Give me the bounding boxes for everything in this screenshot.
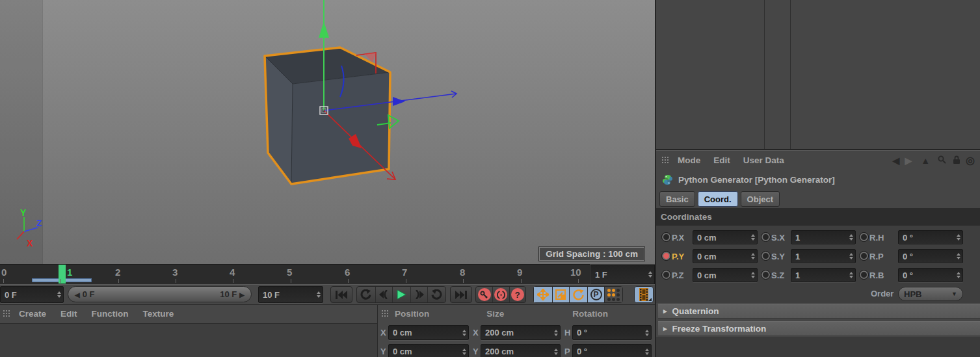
key-rotation-button[interactable] (569, 287, 587, 302)
keyframe-dot-sx[interactable] (761, 233, 770, 241)
section-freeze-transformation[interactable]: ▸ Freeze Transformation (658, 321, 980, 336)
parent-up-icon[interactable]: ▲ (921, 156, 930, 165)
am-grip-icon[interactable] (661, 156, 670, 165)
coordinates-section-header[interactable]: Coordinates (656, 208, 980, 226)
goto-end-button[interactable] (450, 286, 472, 303)
current-frame-spinner[interactable] (646, 265, 654, 284)
keyframe-dot-rh[interactable] (860, 233, 868, 241)
goto-start-icon (336, 291, 347, 299)
lock-icon[interactable] (953, 155, 960, 166)
range-end-spinner[interactable] (314, 287, 323, 302)
current-frame-field[interactable]: 1 F (590, 265, 655, 284)
filmstrip-icon (639, 288, 648, 301)
rp-field[interactable]: 0 ° (898, 249, 963, 263)
pz-field[interactable]: 0 cm (693, 268, 758, 282)
am-menu-edit[interactable]: Edit (713, 155, 730, 165)
attribute-manager-footer (656, 337, 980, 357)
history-back-icon[interactable]: ◀ (893, 156, 900, 165)
pos-y-field[interactable]: 0 cm (388, 344, 469, 357)
search-icon[interactable] (938, 155, 946, 165)
play-icon (397, 289, 406, 300)
rot-p-field[interactable]: 0 ° (572, 344, 652, 357)
keyframe-dot-sz[interactable] (761, 271, 770, 279)
scene-cube[interactable] (0, 0, 655, 264)
sz-field[interactable]: 1 (791, 268, 856, 282)
py-label: P.Y (672, 252, 684, 261)
next-key-button[interactable] (410, 287, 428, 302)
autokey-button[interactable] (492, 287, 509, 302)
keyframe-dot-px[interactable] (662, 233, 670, 241)
size-x-field[interactable]: 200 cm (481, 325, 561, 340)
tab-basic[interactable]: Basic (659, 191, 695, 207)
material-manager-area[interactable] (0, 323, 377, 357)
menu-edit[interactable]: Edit (60, 309, 77, 319)
autokey-icon (497, 291, 505, 299)
key-position-button[interactable] (534, 287, 552, 302)
object-title: Python Generator [Python Generator] (678, 175, 835, 185)
tab-coord[interactable]: Coord. (698, 191, 738, 207)
am-menu-user-data[interactable]: User Data (743, 155, 784, 165)
range-start-field[interactable]: 0 F (0, 286, 64, 303)
range-start-spinner[interactable] (55, 287, 63, 302)
position-header: Position (395, 309, 429, 319)
play-forwards-button[interactable] (392, 287, 410, 302)
play-backwards-button[interactable] (357, 287, 375, 302)
menu-create[interactable]: Create (19, 309, 46, 319)
timeline-window-button[interactable] (634, 286, 654, 303)
playhead[interactable] (59, 265, 66, 284)
keyframe-dot-pz[interactable] (662, 271, 670, 279)
keyframe-dot-rp[interactable] (860, 252, 868, 260)
key-scale-button[interactable] (552, 287, 570, 302)
pos-x-field[interactable]: 0 cm (388, 325, 469, 340)
keyframe-dot-py[interactable] (662, 252, 670, 260)
question-icon: ? (511, 288, 524, 301)
timeline-range-slider[interactable]: ◀0 F 10 F▶ (68, 286, 252, 302)
cube-front-face[interactable] (291, 72, 390, 184)
menu-texture[interactable]: Texture (143, 309, 174, 319)
axis-z-arrow[interactable] (393, 97, 405, 106)
py-field[interactable]: 0 cm (693, 249, 758, 263)
range-slider-end: 10 F▶ (220, 289, 245, 299)
animation-toolbar: 0 F ◀0 F 10 F▶ 10 F (0, 284, 655, 305)
goto-start-button[interactable] (330, 286, 352, 303)
record-keyframe-button[interactable] (476, 287, 492, 302)
range-end-field[interactable]: 10 F (258, 286, 323, 303)
move-icon (537, 289, 549, 300)
object-manager-area[interactable] (656, 0, 980, 149)
axis-y-arrow[interactable] (319, 21, 329, 38)
pla-dots-icon (607, 289, 620, 301)
size-y-field[interactable]: 200 cm (481, 344, 561, 357)
section-quaternion[interactable]: ▸ Quaternion (658, 304, 980, 319)
timeline-ruler[interactable]: 0 1 2 3 4 5 6 7 8 9 10 (0, 264, 590, 285)
size-x-label: X (473, 328, 479, 337)
key-parameter-button[interactable]: P (587, 287, 605, 302)
tab-object[interactable]: Object (741, 191, 780, 207)
rb-field[interactable]: 0 ° (898, 268, 963, 282)
history-forward-icon[interactable]: ▶ (905, 156, 912, 165)
sy-field[interactable]: 1 (791, 249, 856, 263)
menu-function[interactable]: Function (92, 309, 129, 319)
sy-label: S.Y (771, 252, 785, 261)
keyframe-dot-sy[interactable] (761, 252, 770, 260)
viewport-3d[interactable]: Y Z X Grid Spacing : 100 cm (0, 0, 655, 264)
play-loop-button[interactable] (427, 287, 445, 302)
px-field[interactable]: 0 cm (693, 230, 758, 245)
coord-grip-icon[interactable] (381, 310, 390, 318)
rh-field[interactable]: 0 ° (898, 230, 963, 245)
rot-h-field[interactable]: 0 ° (572, 325, 652, 340)
keyframe-selection-button[interactable]: ? (509, 287, 525, 302)
keyframe-dot-rb[interactable] (860, 271, 868, 279)
menu-grip-icon[interactable] (3, 310, 11, 318)
sx-field[interactable]: 1 (791, 230, 856, 245)
play-loop-icon (431, 289, 442, 300)
cinema4d-window: Y Z X Grid Spacing : 100 cm 0 1 2 3 4 5 … (0, 0, 980, 357)
previous-key-button[interactable] (375, 287, 393, 302)
key-pla-button[interactable] (604, 287, 622, 302)
order-dropdown[interactable]: HPB ▼ (898, 287, 963, 301)
current-frame-number: 1 (67, 267, 72, 278)
previous-key-icon (378, 290, 389, 299)
am-menu-mode[interactable]: Mode (678, 155, 700, 165)
grid-spacing-label: Grid Spacing : 100 cm (539, 247, 644, 261)
rp-label: R.P (869, 252, 884, 261)
target-icon[interactable]: ◎ (966, 155, 975, 166)
